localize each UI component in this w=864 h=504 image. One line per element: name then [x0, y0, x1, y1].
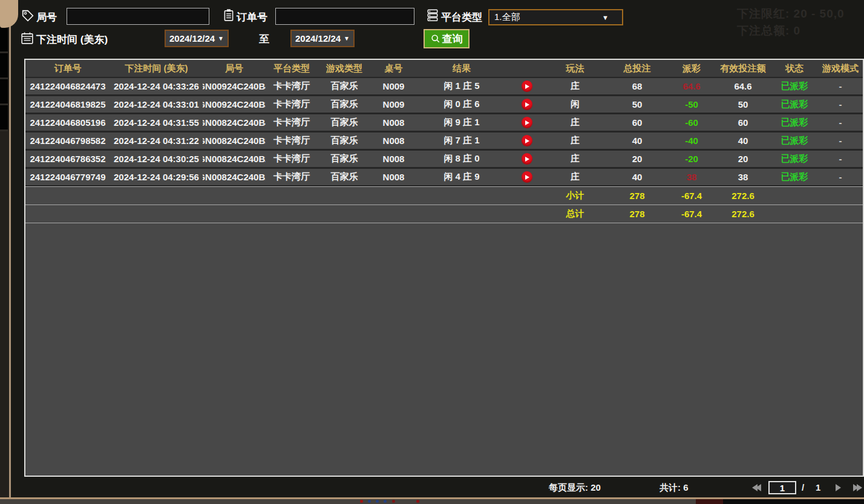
subtotal-label: 小计	[546, 187, 604, 205]
background-smudge	[723, 499, 864, 504]
replay-play-button[interactable]	[522, 171, 532, 183]
chevron-down-icon: ▼	[602, 14, 617, 21]
cell-bet-time: 2024-12-24 04:33:26	[110, 78, 203, 94]
roadmap-dot	[360, 500, 363, 503]
header-platform: 平台类型	[266, 60, 318, 77]
first-page-button[interactable]	[752, 484, 761, 491]
background-tile	[0, 79, 8, 105]
date-from-picker[interactable]: 2024/12/24 ▼	[165, 30, 229, 47]
grand-total-label: 总计	[546, 205, 604, 223]
platform-type-value: 1.全部	[494, 11, 520, 23]
subtotal-row: 小计 278 -67.4 272.6	[25, 186, 863, 205]
play-icon	[525, 102, 529, 107]
cell-table-no: N009	[371, 78, 416, 94]
query-button-label: 查询	[442, 32, 463, 46]
replay-play-button[interactable]	[522, 80, 532, 92]
header-game-type: 游戏类型	[318, 60, 371, 77]
cell-status: 已派彩	[773, 78, 816, 94]
replay-play-button[interactable]	[522, 99, 532, 110]
header-table-no: 桌号	[371, 60, 416, 77]
header-status: 状态	[773, 60, 816, 77]
cell-game-type: 百家乐	[318, 114, 371, 131]
subtotal-valid-bet: 272.6	[713, 187, 773, 205]
cell-total-bet: 68	[604, 78, 670, 94]
replay-play-button[interactable]	[522, 135, 532, 146]
background-tile	[0, 53, 8, 79]
roadmap-dot	[376, 500, 379, 503]
next-page-button[interactable]	[836, 484, 841, 491]
cell-bet-time: 2024-12-24 04:31:55	[110, 114, 203, 131]
cell-table-no: N008	[371, 133, 416, 149]
cell-payout: -40	[670, 133, 713, 149]
cell-game-no: GN00924C240B3	[203, 96, 266, 113]
cell-order-no: 241224046824473	[25, 78, 110, 94]
last-page-button[interactable]	[853, 484, 862, 491]
cell-game-mode: -	[816, 151, 864, 167]
cell-order-no: 241224046779749	[25, 169, 110, 185]
order-no-input[interactable]	[275, 8, 414, 25]
platform-stack-icon	[426, 8, 439, 22]
cell-bet-type: 庄	[546, 151, 604, 167]
cell-result: 闲 9 庄 1	[416, 114, 507, 131]
cell-status: 已派彩	[773, 114, 816, 131]
play-icon	[525, 84, 529, 89]
cell-status: 已派彩	[773, 133, 816, 149]
page-number-input[interactable]	[768, 481, 796, 494]
header-total-bet: 总投注	[604, 60, 670, 77]
bleed-bet-limit-text: 下注限红: 20 - 50,0	[737, 6, 845, 22]
cell-valid-bet: 60	[713, 114, 773, 131]
cell-replay	[507, 78, 546, 94]
cell-valid-bet: 40	[713, 133, 773, 149]
chevron-down-icon: ▼	[344, 35, 350, 42]
table-header-row: 订单号 下注时间 (美东) 局号 平台类型 游戏类型 桌号 结果 玩法 总投注 …	[25, 60, 863, 78]
cell-bet-time: 2024-12-24 04:29:56	[110, 169, 203, 185]
roadmap-dot	[392, 500, 395, 503]
cell-game-no: GN00924C240B4	[203, 78, 266, 94]
subtotal-total-bet: 278	[604, 187, 670, 205]
replay-play-button[interactable]	[522, 153, 532, 165]
cell-platform: 卡卡湾厅	[266, 151, 318, 167]
cell-payout: -60	[670, 114, 713, 131]
table-empty-area	[25, 223, 863, 476]
table-row: 241224046824473 2024-12-24 04:33:26 GN00…	[25, 78, 863, 96]
bet-records-table: 订单号 下注时间 (美东) 局号 平台类型 游戏类型 桌号 结果 玩法 总投注 …	[24, 59, 864, 477]
grand-total-payout: -67.4	[670, 205, 713, 223]
page-separator: /	[802, 482, 804, 493]
cell-bet-time: 2024-12-24 04:30:25	[110, 151, 203, 167]
replay-play-button[interactable]	[522, 117, 532, 128]
background-smudge	[696, 499, 723, 504]
cell-bet-type: 庄	[546, 78, 604, 94]
cell-game-mode: -	[816, 169, 864, 185]
cell-platform: 卡卡湾厅	[266, 96, 318, 113]
grand-total-row: 总计 278 -67.4 272.6	[25, 205, 863, 223]
cell-bet-time: 2024-12-24 04:31:22	[110, 133, 203, 149]
game-no-input[interactable]	[67, 8, 209, 25]
grand-total-total-bet: 278	[604, 205, 670, 223]
date-to-picker[interactable]: 2024/12/24 ▼	[290, 30, 355, 47]
play-icon	[525, 139, 529, 143]
platform-type-select[interactable]: 1.全部 ▼	[488, 9, 623, 25]
panel-left-border	[9, 0, 11, 497]
header-valid-bet: 有效投注额	[713, 60, 773, 77]
cell-status: 已派彩	[773, 151, 816, 167]
cell-game-type: 百家乐	[318, 169, 371, 185]
query-button[interactable]: 查询	[424, 29, 470, 48]
cell-game-type: 百家乐	[318, 78, 371, 94]
table-row: 241224046819825 2024-12-24 04:33:01 GN00…	[25, 96, 863, 114]
total-pages-label: 1	[816, 482, 820, 493]
cell-total-bet: 40	[604, 169, 670, 185]
cell-result: 闲 8 庄 0	[416, 151, 507, 167]
cell-game-type: 百家乐	[318, 133, 371, 149]
header-game-mode: 游戏模式	[816, 60, 864, 77]
cell-result: 闲 4 庄 9	[416, 169, 507, 185]
cell-order-no: 241224046805196	[25, 114, 110, 131]
clipboard-icon	[222, 8, 235, 22]
cell-game-no: GN00824C240B3	[203, 133, 266, 149]
cell-game-no: GN00824C240B4	[203, 114, 266, 131]
cell-valid-bet: 20	[713, 151, 773, 167]
cell-table-no: N009	[371, 96, 416, 113]
cell-game-no: GN00824C240B2	[203, 151, 266, 167]
cell-status: 已派彩	[773, 96, 816, 113]
cell-valid-bet: 50	[713, 96, 773, 113]
cell-bet-time: 2024-12-24 04:33:01	[110, 96, 203, 113]
